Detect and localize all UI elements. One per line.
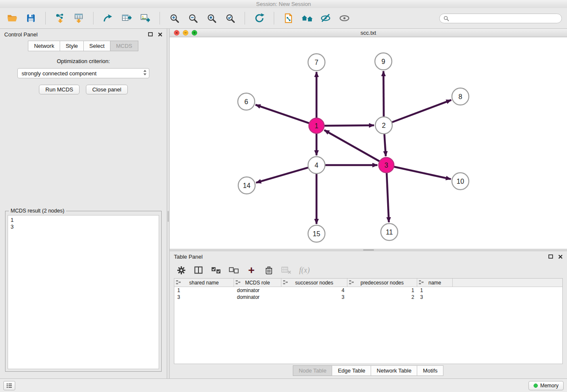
- toolbar-separator: [245, 12, 245, 25]
- node-15[interactable]: 15: [308, 225, 325, 242]
- tab-motifs[interactable]: Motifs: [417, 365, 443, 376]
- export-image-button[interactable]: [138, 10, 152, 26]
- close-panel-icon[interactable]: [558, 254, 563, 259]
- tab-network[interactable]: Network: [28, 41, 60, 51]
- node-6[interactable]: 6: [238, 93, 255, 110]
- tab-select[interactable]: Select: [83, 41, 110, 51]
- open-session-button[interactable]: [5, 10, 19, 26]
- edge-1-to-2[interactable]: [324, 125, 374, 126]
- zoom-out-button[interactable]: [186, 10, 200, 26]
- show-graphics-details-button[interactable]: [337, 10, 352, 26]
- edge-2-to-9[interactable]: [383, 71, 384, 117]
- zoom-in-button[interactable]: [167, 10, 182, 26]
- show-column-panel-button[interactable]: [194, 265, 203, 276]
- node-8[interactable]: 8: [452, 88, 469, 105]
- save-disk-icon: [26, 13, 36, 23]
- edge-3-to-11[interactable]: [387, 173, 389, 222]
- edge-2-to-8[interactable]: [392, 100, 451, 122]
- search-input[interactable]: [451, 15, 558, 21]
- network-canvas[interactable]: 7968124314101511: [170, 37, 567, 249]
- table-cell[interactable]: dominator: [234, 287, 281, 293]
- network-graph[interactable]: 7968124314101511: [170, 37, 567, 249]
- delete-table-icon: [281, 266, 291, 274]
- create-column-button[interactable]: +: [247, 265, 256, 276]
- column-header-name[interactable]: name: [417, 279, 453, 287]
- table-cell[interactable]: 1: [174, 287, 234, 293]
- delete-columns-button[interactable]: [264, 265, 273, 276]
- table-row[interactable]: 1dominator411: [174, 287, 562, 294]
- column-type-icon: [176, 280, 181, 284]
- table-cell[interactable]: 2: [347, 294, 417, 300]
- float-panel-icon[interactable]: [148, 32, 153, 36]
- unchecked-boxes-icon: [229, 267, 239, 274]
- table-cell[interactable]: dominator: [234, 294, 281, 300]
- table-body[interactable]: 1dominator4113dominator323: [174, 287, 562, 364]
- show-all-networks-button[interactable]: [300, 10, 314, 26]
- tab-node-table[interactable]: Node Table: [293, 365, 333, 376]
- node-1[interactable]: 1: [309, 118, 324, 133]
- node-11[interactable]: 11: [381, 224, 398, 240]
- table-cell[interactable]: 1: [417, 287, 453, 293]
- edge-4-to-14[interactable]: [256, 168, 308, 183]
- table-cell[interactable]: 3: [174, 294, 234, 300]
- table-cell[interactable]: 4: [281, 287, 347, 293]
- edge-3-to-10[interactable]: [394, 167, 451, 179]
- memory-button[interactable]: Memory: [528, 381, 564, 390]
- save-session-button[interactable]: [24, 10, 38, 26]
- toggle-vizmap-button[interactable]: [319, 10, 333, 26]
- criterion-dropdown[interactable]: strongly connected component: [17, 68, 149, 78]
- checked-boxes-icon: [211, 267, 221, 274]
- unselect-all-columns-button[interactable]: [229, 265, 239, 276]
- import-table-button[interactable]: [72, 10, 86, 26]
- table-cell[interactable]: 1: [347, 287, 417, 293]
- panel-splitter[interactable]: [167, 29, 170, 378]
- select-all-columns-button[interactable]: [211, 265, 221, 276]
- close-panel-button[interactable]: Close panel: [86, 85, 128, 94]
- new-network-from-selection-button[interactable]: [281, 10, 296, 26]
- function-builder-button-disabled: f(x): [299, 265, 310, 276]
- column-header-successor-nodes[interactable]: successor nodes: [281, 279, 347, 287]
- table-cell[interactable]: 3: [281, 294, 347, 300]
- tab-style[interactable]: Style: [60, 41, 84, 51]
- node-label: 3: [385, 162, 388, 169]
- tab-network-table[interactable]: Network Table: [371, 365, 417, 376]
- column-header-MCDS-role[interactable]: MCDS role: [234, 279, 281, 287]
- import-network-button[interactable]: [53, 10, 67, 26]
- node-10[interactable]: 10: [452, 173, 469, 190]
- column-header-shared-name[interactable]: shared name: [174, 279, 234, 287]
- export-table-icon: [121, 13, 132, 24]
- close-window-icon[interactable]: [174, 30, 179, 36]
- export-table-button[interactable]: [119, 10, 134, 26]
- node-7[interactable]: 7: [308, 54, 325, 71]
- node-3[interactable]: 3: [379, 157, 394, 173]
- edge-1-to-6[interactable]: [256, 105, 309, 124]
- network-window-titlebar[interactable]: scc.txt: [170, 29, 567, 37]
- close-panel-icon[interactable]: [158, 32, 162, 37]
- zoom-fit-button[interactable]: [204, 10, 219, 26]
- node-14[interactable]: 14: [238, 177, 255, 194]
- apply-layout-button[interactable]: [252, 10, 267, 26]
- zoom-selected-button[interactable]: [223, 10, 237, 26]
- node-2[interactable]: 2: [375, 117, 392, 134]
- zoom-window-icon[interactable]: [192, 30, 197, 36]
- run-mcds-button[interactable]: Run MCDS: [39, 85, 80, 94]
- control-panel-header: Control Panel: [0, 29, 167, 40]
- mcds-result-list[interactable]: 13: [8, 215, 159, 369]
- task-history-button[interactable]: [3, 381, 15, 390]
- tab-edge-table[interactable]: Edge Table: [332, 365, 371, 376]
- search-field[interactable]: [439, 14, 562, 23]
- node-9[interactable]: 9: [375, 53, 392, 70]
- column-header-predecessor-nodes[interactable]: predecessor nodes: [347, 279, 417, 287]
- result-node-id: 1: [11, 217, 156, 224]
- table-row[interactable]: 3dominator323: [174, 294, 562, 301]
- edge-2-to-3[interactable]: [384, 134, 385, 156]
- node-label: 7: [315, 59, 319, 66]
- minimize-window-icon[interactable]: [183, 30, 188, 36]
- export-network-button[interactable]: [101, 10, 115, 26]
- tab-mcds[interactable]: MCDS: [110, 41, 138, 51]
- table-settings-button[interactable]: [176, 265, 186, 276]
- table-cell[interactable]: 3: [417, 294, 453, 300]
- node-4[interactable]: 4: [308, 157, 325, 174]
- float-panel-icon[interactable]: [548, 254, 553, 259]
- edge-3-to-1[interactable]: [324, 130, 380, 161]
